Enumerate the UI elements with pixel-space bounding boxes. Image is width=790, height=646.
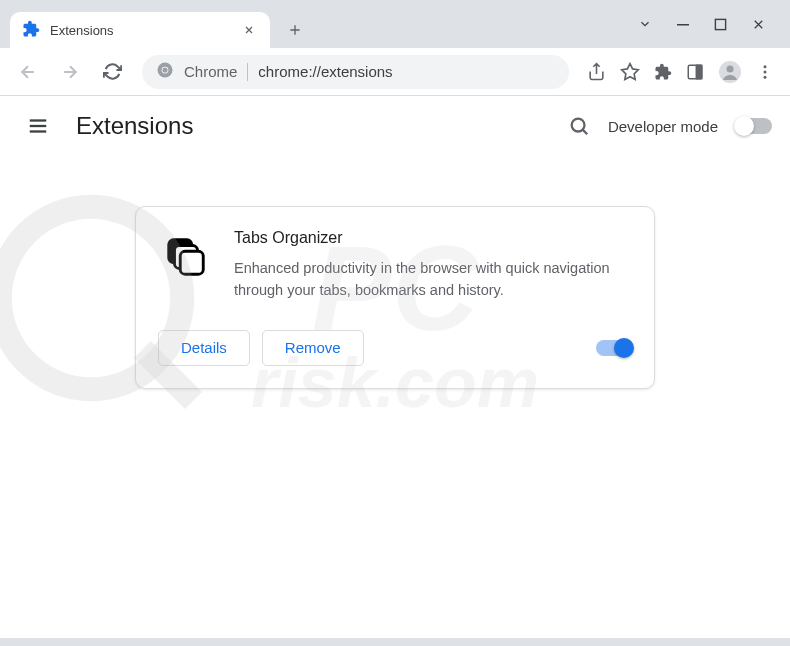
svg-point-6 — [162, 67, 167, 72]
svg-point-12 — [727, 65, 734, 72]
toggle-thumb — [614, 338, 634, 358]
bookmark-star-icon[interactable] — [620, 62, 640, 82]
extension-card-bottom: Details Remove — [158, 330, 632, 366]
extension-info: Tabs Organizer Enhanced productivity in … — [234, 229, 632, 302]
extensions-content: Tabs Organizer Enhanced productivity in … — [0, 156, 790, 439]
address-bar[interactable]: Chrome chrome://extensions — [142, 55, 569, 89]
extension-name: Tabs Organizer — [234, 229, 632, 247]
search-button[interactable] — [568, 115, 590, 137]
side-panel-icon[interactable] — [686, 63, 704, 81]
browser-tab[interactable]: Extensions — [10, 12, 270, 48]
extension-icon — [158, 229, 214, 285]
svg-point-15 — [764, 75, 767, 78]
svg-rect-2 — [677, 24, 689, 26]
svg-rect-10 — [697, 65, 702, 79]
svg-marker-7 — [622, 63, 639, 79]
forward-button[interactable] — [52, 54, 88, 90]
svg-point-13 — [764, 65, 767, 68]
chevron-down-icon[interactable] — [638, 17, 652, 31]
extensions-page-header: Extensions Developer mode — [0, 96, 790, 156]
extension-puzzle-icon — [22, 20, 40, 41]
close-window-button[interactable] — [751, 17, 766, 32]
close-tab-button[interactable] — [240, 21, 258, 39]
back-button[interactable] — [10, 54, 46, 90]
svg-line-20 — [583, 130, 587, 134]
share-icon[interactable] — [587, 62, 606, 81]
window-bottom-border — [0, 638, 790, 646]
extension-description: Enhanced productivity in the browser wit… — [234, 257, 632, 302]
maximize-button[interactable] — [714, 18, 727, 31]
new-tab-button[interactable] — [280, 15, 310, 45]
extension-card: Tabs Organizer Enhanced productivity in … — [135, 206, 655, 389]
browser-toolbar: Chrome chrome://extensions — [0, 48, 790, 96]
extension-enable-toggle[interactable] — [596, 340, 632, 356]
window-controls — [638, 0, 790, 48]
profile-avatar-icon[interactable] — [718, 60, 742, 84]
svg-point-19 — [572, 119, 585, 132]
reload-button[interactable] — [94, 54, 130, 90]
menu-dots-icon[interactable] — [756, 63, 774, 81]
omnibox-url: chrome://extensions — [258, 63, 392, 80]
page-title: Extensions — [76, 112, 550, 140]
header-right: Developer mode — [568, 115, 772, 137]
minimize-button[interactable] — [676, 17, 690, 31]
window-titlebar: Extensions — [0, 0, 790, 48]
toolbar-actions — [581, 60, 780, 84]
extensions-puzzle-icon[interactable] — [654, 63, 672, 81]
hamburger-menu-button[interactable] — [18, 106, 58, 146]
chrome-logo-icon — [156, 61, 174, 82]
remove-button[interactable]: Remove — [262, 330, 364, 366]
tab-title: Extensions — [50, 23, 114, 38]
svg-rect-23 — [180, 251, 203, 274]
developer-mode-label: Developer mode — [608, 118, 718, 135]
svg-point-14 — [764, 70, 767, 73]
toggle-thumb — [734, 116, 754, 136]
tabs-area: Extensions — [0, 12, 310, 48]
developer-mode-toggle[interactable] — [736, 118, 772, 134]
details-button[interactable]: Details — [158, 330, 250, 366]
svg-rect-3 — [715, 19, 725, 29]
omnibox-chrome-label: Chrome — [184, 63, 237, 80]
omnibox-divider — [247, 63, 248, 81]
extension-card-top: Tabs Organizer Enhanced productivity in … — [158, 229, 632, 302]
